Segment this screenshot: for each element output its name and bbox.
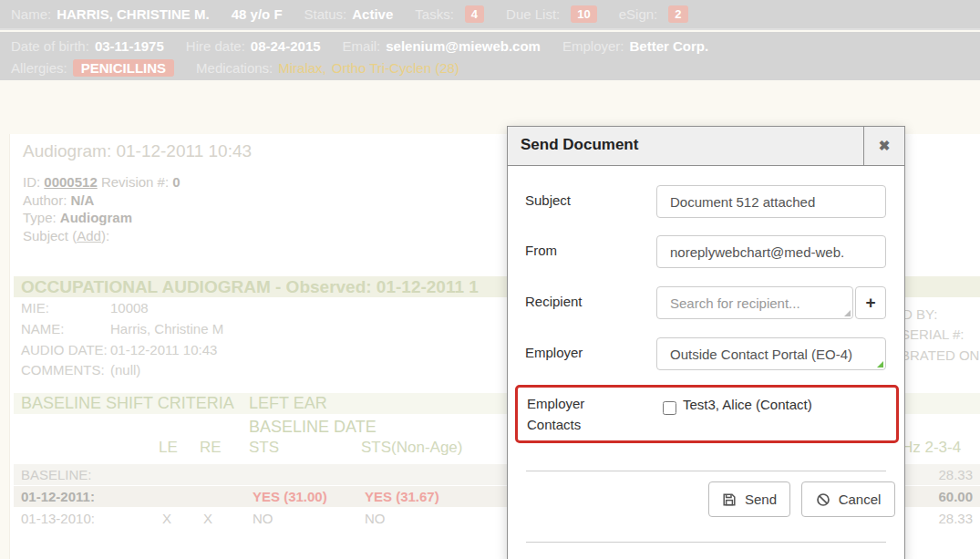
type-value: Audiogram [60, 210, 132, 225]
esign-label: eSign: [619, 6, 658, 22]
medication-link-miralax[interactable]: Miralax, [278, 60, 326, 76]
employer-field-label: Employer [525, 345, 583, 360]
status-value: Active [352, 6, 393, 22]
sts-nonage-value: NO [365, 508, 386, 529]
subject-post: ): [101, 228, 109, 243]
close-icon[interactable]: ✖ [863, 127, 904, 165]
document-id-link[interactable]: 0000512 [44, 174, 97, 190]
row-label: 01-13-2010: [21, 508, 95, 529]
serial-partial: SERIAL #: [901, 326, 964, 342]
patient-banner-row1: Name: HARRIS, CHRISTINE M. 48 y/o F Stat… [0, 0, 980, 30]
modal-title: Send Document [521, 136, 638, 154]
col-re: RE [200, 439, 222, 457]
author-label: Author: [23, 192, 67, 208]
from-field-label: From [525, 243, 557, 258]
employer-value: Better Corp. [629, 38, 708, 54]
name-row-label: NAME: [21, 321, 65, 336]
revision-value: 0 [172, 174, 180, 190]
sts-value: NO [253, 508, 273, 529]
allergies-medications-line: Allergies: PENICILLINS Medications: Mira… [11, 57, 969, 78]
audio-date-value: 01-12-2011 10:43 [110, 342, 217, 357]
send-button[interactable]: Send [708, 481, 790, 517]
from-input[interactable] [656, 235, 886, 268]
document-id-line: ID: 0000512 Revision #: 0 [23, 173, 181, 192]
sts-nonage-value: YES (31.67) [365, 486, 439, 507]
name-row-value: Harris, Christine M [110, 321, 223, 336]
allergies-label: Allergies: [11, 60, 67, 76]
le-value: X [162, 508, 171, 529]
type-label: Type: [23, 210, 57, 225]
from-field-wrap [656, 235, 886, 268]
row-label: BASELINE: [21, 464, 92, 485]
calibrated-partial: BRATED ON [901, 347, 979, 363]
col-le: LE [159, 439, 178, 457]
subject-add-link[interactable]: Add [77, 228, 101, 243]
patient-banner-row2: Date of birth: 03-11-1975 Hire date: 08-… [0, 32, 980, 80]
tasks-label: Tasks: [415, 6, 454, 22]
mie-label: MIE: [21, 300, 49, 316]
employer-label: Employer: [562, 38, 624, 54]
author-value: N/A [71, 192, 95, 208]
cancel-button-label: Cancel [839, 492, 882, 507]
recipient-field-label: Recipient [525, 294, 583, 309]
row-avg-value: 28.33 [916, 508, 973, 529]
modal-header: Send Document ✖ [508, 127, 904, 166]
col-sts-nonage: STS(Non-Age) [361, 439, 462, 457]
type-line: Type: Audiogram [23, 209, 181, 227]
hire-date-label: Hire date: [186, 38, 245, 54]
resize-grip-icon[interactable] [844, 310, 851, 316]
employer-contacts-highlight: Employer Contacts Test3, Alice (Contact) [515, 385, 899, 443]
due-list-badge[interactable]: 10 [571, 5, 596, 23]
col-sts: STS [249, 439, 279, 457]
recipient-search-input[interactable] [656, 286, 853, 319]
employer-contacts-label: Employer Contacts [527, 393, 604, 435]
revision-label: Revision #: [101, 174, 169, 190]
patient-name: HARRIS, CHRISTINE M. [57, 6, 210, 22]
tested-by-partial: D BY: [903, 306, 937, 322]
screen: Name: HARRIS, CHRISTINE M. 48 y/o F Stat… [0, 0, 980, 559]
add-recipient-button[interactable]: + [855, 286, 886, 319]
row-avg-value: 60.00 [916, 486, 973, 507]
id-label: ID: [23, 174, 40, 190]
employer-input[interactable] [656, 337, 886, 370]
mie-value: 10008 [110, 300, 149, 316]
save-icon [722, 492, 737, 507]
comments-label: COMMENTS: [21, 362, 105, 378]
allergy-badge[interactable]: PENICILLINS [73, 59, 174, 77]
recipient-field-wrap [656, 286, 853, 319]
send-document-modal: Send Document ✖ Subject From Recipient +… [507, 126, 905, 559]
cancel-button[interactable]: Cancel [801, 481, 895, 517]
col-hz-234: Hz 2-3-4 [902, 439, 961, 457]
demographics-line: Date of birth: 03-11-1975 Hire date: 08-… [11, 35, 969, 57]
patient-age-sex: 48 y/o F [232, 6, 283, 22]
due-list-label: Due List: [506, 6, 560, 22]
buttons-divider-top [526, 471, 886, 471]
send-button-label: Send [745, 492, 777, 507]
esign-badge[interactable]: 2 [668, 5, 687, 23]
baseline-shift-criteria-title: BASELINE SHIFT CRITERIA [21, 394, 234, 413]
contact-checkbox[interactable] [663, 401, 676, 415]
dob-label: Date of birth: [11, 38, 89, 54]
contact-option-label: Test3, Alice (Contact) [683, 397, 812, 412]
subject-field-label: Subject [525, 192, 571, 208]
comments-value: (null) [110, 362, 140, 378]
resize-grip-green-icon[interactable] [877, 361, 883, 367]
subject-pre: Subject ( [23, 228, 77, 243]
re-value: X [203, 508, 212, 529]
modal-bottom-divider [526, 542, 886, 543]
tasks-badge[interactable]: 4 [465, 5, 484, 23]
name-label: Name: [11, 6, 51, 22]
document-heading: Audiogram: 01-12-2011 10:43 [23, 141, 252, 161]
author-line: Author: N/A [23, 192, 181, 210]
row-label: 01-12-2011: [21, 486, 95, 507]
medication-link-ortho[interactable]: Ortho Tri-Cyclen (28) [332, 60, 459, 76]
subject-input[interactable] [656, 185, 886, 218]
row-avg-value: 28.33 [916, 464, 973, 485]
dob-value: 03-11-1975 [95, 38, 164, 54]
occupational-audiogram-title: OCCUPATIONAL AUDIOGRAM - Observed: 01-12… [21, 277, 479, 297]
document-meta: ID: 0000512 Revision #: 0 Author: N/A Ty… [23, 173, 181, 244]
email-value: selenium@mieweb.com [386, 38, 541, 54]
medications-label: Medications: [196, 60, 273, 76]
baseline-date-header: BASELINE DATE [249, 418, 377, 437]
hire-date-value: 08-24-2015 [251, 38, 321, 54]
